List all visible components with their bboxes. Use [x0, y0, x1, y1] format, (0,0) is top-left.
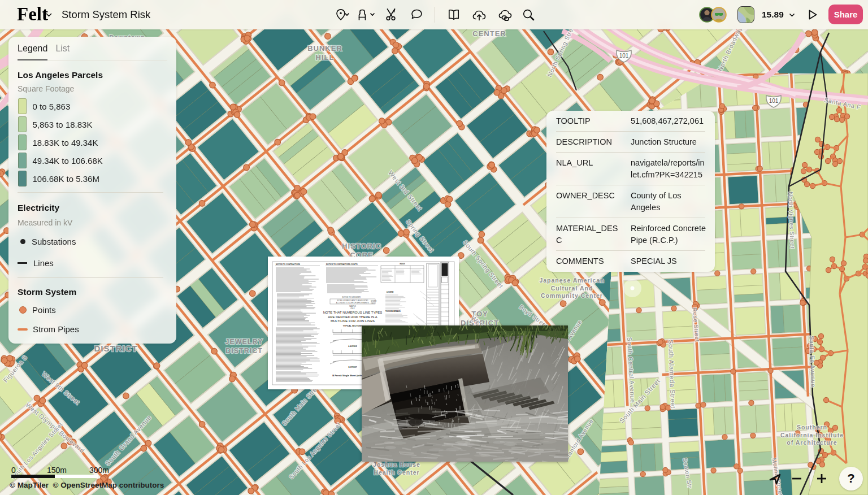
svg-text:DISTRICT: DISTRICT — [225, 347, 263, 355]
svg-text:HILL: HILL — [316, 53, 335, 62]
svg-text:CENTER: CENTER — [472, 29, 506, 38]
svg-text:of Architecture: of Architecture — [787, 439, 837, 446]
svg-text:B-STREET: B-STREET — [349, 366, 357, 368]
svg-text:INDEX: INDEX — [400, 263, 406, 265]
svg-text:101: 101 — [769, 98, 779, 104]
svg-text:JEWELRY: JEWELRY — [225, 338, 263, 346]
svg-text:Southern: Southern — [797, 424, 827, 431]
svg-text:BUNKER: BUNKER — [307, 44, 342, 53]
svg-text:DISTRICT: DISTRICT — [94, 344, 137, 353]
svg-text:Health Center: Health Center — [374, 469, 419, 476]
svg-text:TYPICAL SECTIONS: TYPICAL SECTIONS — [343, 325, 363, 327]
svg-text:ARE DEFINED AND THERE IS A: ARE DEFINED AND THERE IS A — [328, 315, 377, 319]
svg-text:NOTICE TO DESIGNER:: NOTICE TO DESIGNER: — [342, 296, 361, 298]
svg-text:101: 101 — [619, 53, 629, 59]
svg-text:Cultural And: Cultural And — [551, 285, 593, 292]
svg-text:Community Center: Community Center — [541, 292, 603, 299]
svg-text:NOTE THAT NUMEROUS LINE TYPES: NOTE THAT NUMEROUS LINE TYPES — [323, 311, 382, 314]
svg-text:California Institute: California Institute — [780, 432, 844, 438]
svg-text:NOTICE TO CONTRACTORS CONT'D: NOTICE TO CONTRACTORS CONT'D — [326, 263, 358, 266]
svg-text:Joshua House: Joshua House — [373, 461, 420, 468]
svg-text:ACCORDING TO SCOPE OF IMPROVEM: ACCORDING TO SCOPE OF IMPROVEMENTS. — [336, 302, 370, 304]
svg-text:ONLY: ONLY — [350, 307, 355, 310]
svg-text:NOTES & SYMBOLS ARE TO BE ADJU: NOTES & SYMBOLS ARE TO BE ADJUSTED — [337, 299, 368, 302]
svg-text:THICKEN BREAKS: THICKEN BREAKS — [385, 310, 401, 312]
svg-text:NOTICE TO CONTRACTORS: NOTICE TO CONTRACTORS — [276, 263, 300, 266]
svg-text:HISTORIC: HISTORIC — [342, 242, 381, 250]
svg-text:Japanese American: Japanese American — [539, 277, 604, 284]
svg-text:MULTILINE FOR JOIN LINES: MULTILINE FOR JOIN LINES — [331, 319, 375, 323]
svg-text:ONLY: ONLY — [371, 302, 375, 305]
svg-text:A-AVENUE: A-AVENUE — [348, 345, 357, 348]
svg-text:LEGEND: LEGEND — [387, 291, 394, 293]
